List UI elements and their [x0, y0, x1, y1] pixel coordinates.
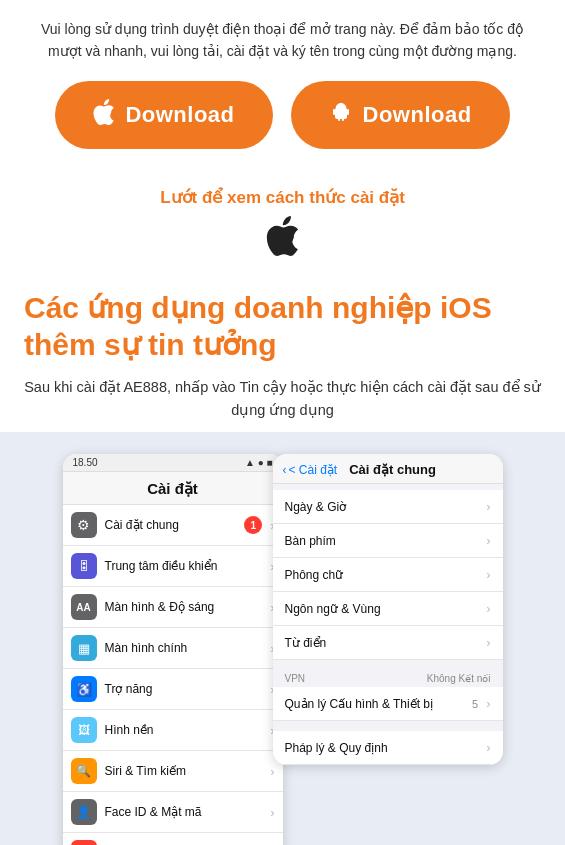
list-item[interactable]: SOS SOS khẩn cấp › — [63, 833, 283, 845]
vpn-label: VPN — [285, 673, 306, 684]
list-item[interactable]: 🎛 Trung tâm điều khiển › — [63, 546, 283, 587]
legal-label: Pháp lý & Quy định — [285, 741, 388, 755]
list-item[interactable]: Pháp lý & Quy định › — [273, 731, 503, 765]
settings-icon: ▦ — [71, 635, 97, 661]
list-item[interactable]: Bàn phím › — [273, 524, 503, 558]
right-item-label: Ngôn ngữ & Vùng — [285, 602, 381, 616]
settings-icon: 🎛 — [71, 553, 97, 579]
list-item[interactable]: 👤 Face ID & Mật mã › — [63, 792, 283, 833]
apple-logo-icon — [20, 216, 545, 263]
top-section: Vui lòng sử dụng trình duyệt điện thoại … — [0, 0, 565, 169]
phone-left: 18.50 ▲ ● ■ Cài đặt ⚙ Cài đặt chung 1 › … — [63, 454, 283, 845]
ios-download-button[interactable]: Download — [55, 81, 272, 149]
settings-item-label: Cài đặt chung — [105, 518, 237, 532]
chevron-right-icon: › — [486, 601, 490, 616]
list-item[interactable]: ⚙ Cài đặt chung 1 › — [63, 505, 283, 546]
chevron-left-icon: ‹ — [283, 463, 287, 477]
vpn-section: VPN Không Kết nối Quản lý Cấu hình & Thi… — [273, 670, 503, 721]
list-item[interactable]: Phông chữ › — [273, 558, 503, 592]
chevron-right-icon: › — [486, 696, 490, 711]
settings-item-label: Màn hình chính — [105, 641, 263, 655]
settings-icon: ⚙ — [71, 512, 97, 538]
android-download-label: Download — [363, 102, 472, 128]
list-item[interactable]: 🔍 Siri & Tìm kiếm › — [63, 751, 283, 792]
vpn-section-header: VPN Không Kết nối — [273, 670, 503, 687]
ios-heading: Các ứng dụng doanh nghiệp iOS thêm sự ti… — [24, 289, 541, 364]
vpn-status: Không Kết nối — [427, 673, 491, 684]
chevron-right-icon: › — [486, 567, 490, 582]
phone-right: ‹ < Cài đặt Cài đặt chung Ngày & Giờ › B… — [273, 454, 503, 765]
settings-icon: 🖼 — [71, 717, 97, 743]
chevron-right-icon: › — [270, 805, 274, 820]
settings-icon: 🔍 — [71, 758, 97, 784]
legal-section: Pháp lý & Quy định › — [273, 731, 503, 765]
chevron-right-icon: › — [486, 740, 490, 755]
chevron-right-icon: › — [486, 499, 490, 514]
status-icons: ▲ ● ■ — [245, 457, 273, 468]
right-item-label: Phông chữ — [285, 568, 344, 582]
chevron-right-icon: › — [486, 533, 490, 548]
swipe-section: Lướt để xem cách thức cài đặt — [0, 169, 565, 279]
list-item[interactable]: Từ điển › — [273, 626, 503, 660]
settings-item-label: Màn hình & Độ sáng — [105, 600, 263, 614]
settings-icon: ♿ — [71, 676, 97, 702]
swipe-text: Lướt để xem cách thức cài đặt — [20, 187, 545, 208]
manage-profiles-detail: 5 › — [472, 696, 490, 711]
right-item-label: Ngày & Giờ — [285, 500, 347, 514]
svg-rect-3 — [342, 117, 344, 121]
right-item-label: Từ điển — [285, 636, 327, 650]
ios-heading-section: Các ứng dụng doanh nghiệp iOS thêm sự ti… — [0, 279, 565, 432]
settings-item-label: Face ID & Mật mã — [105, 805, 263, 819]
manage-profiles-label: Quản lý Cấu hình & Thiết bị — [285, 697, 434, 711]
nav-back-button[interactable]: ‹ < Cài đặt — [283, 463, 338, 477]
ios-subtext: Sau khi cài đặt AE888, nhấp vào Tin cậy … — [24, 376, 541, 422]
list-item[interactable]: ♿ Trợ năng › — [63, 669, 283, 710]
intro-text: Vui lòng sử dụng trình duyệt điện thoại … — [30, 18, 535, 63]
settings-item-label: Hình nền — [105, 723, 263, 737]
ios-download-label: Download — [125, 102, 234, 128]
settings-item-label: Trung tâm điều khiển — [105, 559, 263, 573]
chevron-right-icon: › — [486, 635, 490, 650]
settings-list: ⚙ Cài đặt chung 1 › 🎛 Trung tâm điều khi… — [63, 505, 283, 845]
right-item-label: Bàn phím — [285, 534, 336, 548]
apple-icon — [93, 99, 115, 131]
status-bar-left: 18.50 ▲ ● ■ — [63, 454, 283, 472]
list-item[interactable]: AA Màn hình & Độ sáng › — [63, 587, 283, 628]
profile-badge: 5 — [472, 698, 478, 710]
download-buttons: Download Download — [30, 81, 535, 149]
manage-profiles-item[interactable]: Quản lý Cấu hình & Thiết bị 5 › — [273, 687, 503, 721]
settings-item-label: Siri & Tìm kiếm — [105, 764, 263, 778]
list-item[interactable]: Ngôn ngữ & Vùng › — [273, 592, 503, 626]
list-item[interactable]: Ngày & Giờ › — [273, 490, 503, 524]
chevron-right-icon: › — [270, 764, 274, 779]
android-download-button[interactable]: Download — [291, 81, 510, 149]
nav-title: Cài đặt chung — [349, 462, 436, 477]
settings-icon: SOS — [71, 840, 97, 845]
screen-title-left: Cài đặt — [63, 472, 283, 505]
settings-icon: AA — [71, 594, 97, 620]
status-time: 18.50 — [73, 457, 98, 468]
svg-rect-0 — [333, 109, 335, 115]
nav-bar-right: ‹ < Cài đặt Cài đặt chung — [273, 454, 503, 484]
nav-back-label: < Cài đặt — [289, 463, 338, 477]
right-list: Ngày & Giờ › Bàn phím › Phông chữ › Ngôn… — [273, 490, 503, 660]
android-icon — [329, 99, 353, 131]
phone-screenshots: 18.50 ▲ ● ■ Cài đặt ⚙ Cài đặt chung 1 › … — [0, 432, 565, 845]
list-item[interactable]: 🖼 Hình nền › — [63, 710, 283, 751]
settings-icon: 👤 — [71, 799, 97, 825]
list-item[interactable]: ▦ Màn hình chính › — [63, 628, 283, 669]
settings-item-badge: 1 — [244, 516, 262, 534]
settings-item-label: Trợ năng — [105, 682, 263, 696]
svg-rect-2 — [338, 117, 340, 121]
svg-rect-1 — [347, 109, 349, 115]
